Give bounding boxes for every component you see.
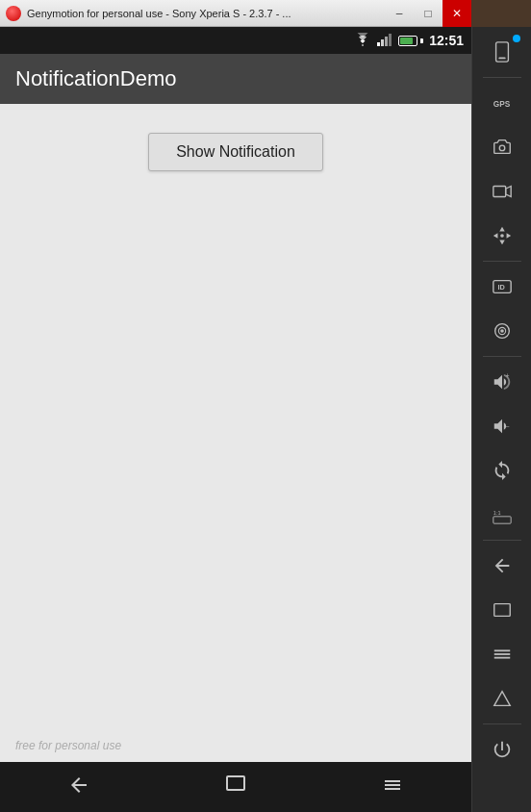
title-bar-left: Genymotion for personal use - Sony Xperi… bbox=[0, 6, 291, 21]
svg-point-16 bbox=[500, 329, 504, 333]
right-sidebar: GPS ID + bbox=[471, 27, 531, 812]
battery-icon bbox=[398, 36, 423, 46]
dpad-sidebar-icon[interactable] bbox=[476, 215, 528, 257]
back-android-sidebar-icon[interactable] bbox=[476, 545, 528, 587]
sidebar-divider-4 bbox=[483, 540, 521, 541]
app-content: Show Notification free for personal use bbox=[0, 104, 471, 762]
svg-rect-9 bbox=[498, 58, 505, 60]
gps-sidebar-icon[interactable]: GPS bbox=[476, 82, 528, 124]
scale-sidebar-icon[interactable]: 1:1 bbox=[476, 494, 528, 536]
signal-icon bbox=[377, 33, 392, 49]
wifi-icon bbox=[354, 33, 371, 49]
phone-screen: 12:51 NotificationDemo Show Notification… bbox=[0, 27, 471, 812]
svg-rect-0 bbox=[377, 42, 380, 46]
svg-rect-24 bbox=[493, 657, 510, 659]
home-nav-button[interactable] bbox=[205, 768, 266, 807]
menu-android-sidebar-icon[interactable] bbox=[476, 633, 528, 675]
svg-rect-1 bbox=[381, 39, 384, 46]
menu-nav-button[interactable] bbox=[362, 768, 423, 807]
volume-up-sidebar-icon[interactable]: + bbox=[476, 361, 528, 403]
title-bar: Genymotion for personal use - Sony Xperi… bbox=[0, 0, 471, 27]
title-bar-buttons: – □ ✕ bbox=[385, 0, 471, 26]
back-nav-button[interactable] bbox=[48, 768, 110, 807]
svg-text:+: + bbox=[505, 372, 509, 379]
svg-point-11 bbox=[499, 145, 505, 151]
app-bar: NotificationDemo bbox=[0, 54, 471, 104]
svg-rect-2 bbox=[385, 37, 388, 46]
svg-rect-5 bbox=[385, 780, 400, 782]
watermark: free for personal use bbox=[15, 739, 121, 752]
title-bar-title: Genymotion for personal use - Sony Xperi… bbox=[27, 8, 291, 19]
phone-sidebar-icon bbox=[476, 31, 528, 73]
minimize-button[interactable]: – bbox=[385, 0, 414, 27]
app-title: NotificationDemo bbox=[15, 66, 177, 91]
svg-text:–: – bbox=[505, 422, 509, 429]
svg-rect-23 bbox=[493, 653, 510, 655]
maximize-button[interactable]: □ bbox=[414, 0, 442, 27]
sidebar-divider-3 bbox=[483, 356, 521, 357]
close-button[interactable]: ✕ bbox=[442, 0, 471, 27]
video-sidebar-icon[interactable] bbox=[476, 170, 528, 213]
svg-rect-7 bbox=[385, 788, 400, 790]
svg-rect-22 bbox=[493, 649, 510, 651]
sidebar-divider-2 bbox=[483, 261, 521, 262]
nfc-sidebar-icon[interactable] bbox=[476, 310, 528, 352]
svg-point-13 bbox=[500, 234, 504, 238]
app-icon bbox=[6, 6, 21, 21]
camera-sidebar-icon[interactable] bbox=[476, 126, 528, 168]
volume-down-sidebar-icon[interactable]: – bbox=[476, 405, 528, 447]
show-notification-button[interactable]: Show Notification bbox=[148, 133, 323, 171]
status-bar: 12:51 bbox=[0, 27, 471, 54]
power-sidebar-icon[interactable] bbox=[476, 728, 528, 771]
status-time: 12:51 bbox=[429, 33, 464, 48]
nav-bar bbox=[0, 762, 471, 812]
id-sidebar-icon[interactable]: ID bbox=[476, 266, 528, 308]
svg-text:1:1: 1:1 bbox=[493, 510, 500, 516]
svg-rect-6 bbox=[385, 784, 400, 786]
home-triangle-sidebar-icon[interactable] bbox=[476, 677, 528, 720]
rotate-sidebar-icon[interactable] bbox=[476, 449, 528, 492]
svg-rect-12 bbox=[493, 187, 505, 197]
svg-text:GPS: GPS bbox=[493, 100, 510, 109]
sidebar-divider-1 bbox=[483, 77, 521, 78]
svg-rect-21 bbox=[493, 604, 510, 617]
svg-rect-20 bbox=[493, 517, 510, 523]
home-android-sidebar-icon[interactable] bbox=[476, 589, 528, 631]
svg-text:ID: ID bbox=[497, 283, 504, 292]
svg-rect-4 bbox=[227, 776, 244, 790]
sidebar-divider-5 bbox=[483, 723, 521, 724]
svg-rect-3 bbox=[389, 34, 392, 46]
